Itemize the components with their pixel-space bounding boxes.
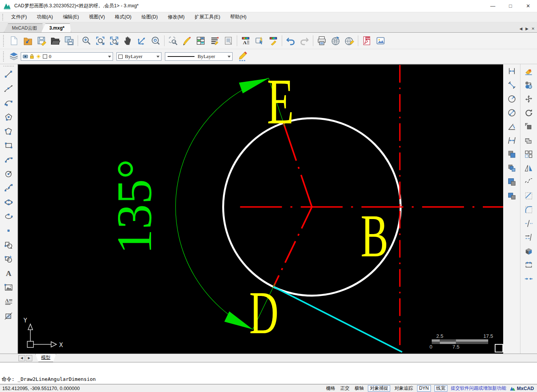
tab-current-drawing[interactable]: 3.mxg* [41, 23, 71, 32]
menu-item-2[interactable]: 编辑(E) [58, 12, 84, 22]
linetype-select[interactable]: ByLayer [165, 52, 233, 61]
label-e[interactable]: E [267, 65, 294, 138]
open-drawing-button[interactable] [21, 34, 35, 48]
rotate-button[interactable] [522, 106, 536, 120]
export-pdf-button[interactable]: PDF [360, 34, 374, 48]
zoom-previous-button[interactable] [166, 34, 180, 48]
status-toggle-dyn[interactable]: DYN [417, 385, 431, 392]
draw-polygon-button[interactable] [2, 110, 16, 124]
move-button[interactable] [522, 92, 536, 106]
centerline-radial-d[interactable] [273, 207, 312, 287]
zoom-in-button[interactable] [80, 34, 93, 48]
cyan-line-entity[interactable] [273, 287, 402, 352]
pan-button[interactable] [121, 34, 135, 48]
erase-button[interactable] [522, 64, 536, 78]
draw-polyline-button[interactable] [2, 124, 16, 138]
status-toggle-lineweight[interactable]: 线宽 [434, 385, 447, 392]
paste-block-button[interactable] [505, 189, 519, 203]
draw-spline-button[interactable] [2, 181, 16, 195]
draw-xline-button[interactable] [2, 81, 16, 96]
array-button[interactable] [522, 147, 536, 161]
draw-arc-button[interactable] [2, 96, 16, 110]
create-block-button[interactable] [2, 252, 16, 266]
edit-polyline-button[interactable] [522, 175, 536, 189]
new-file-button[interactable] [7, 34, 21, 48]
draw-ellipse-button[interactable] [2, 195, 16, 209]
menu-item-7[interactable]: 扩展工具(E) [190, 12, 225, 22]
draw-point-button[interactable] [2, 224, 16, 238]
break-button[interactable] [522, 216, 536, 230]
dim-linear-button[interactable] [505, 64, 519, 78]
status-toggle-polar[interactable]: 极轴 [354, 385, 364, 392]
zoom-extents-button[interactable] [107, 34, 121, 48]
menu-item-6[interactable]: 修改(M) [163, 12, 190, 22]
explode-button[interactable] [522, 244, 536, 258]
stretch-button[interactable] [522, 258, 536, 272]
dim-diameter-button[interactable] [505, 106, 519, 120]
status-toggle-ortho[interactable]: 正交 [339, 385, 350, 392]
sheet-next-button[interactable]: ▶ [26, 355, 32, 361]
status-toggle-osnap[interactable]: 对象捕捉 [368, 385, 390, 392]
draw-sketch-button[interactable] [180, 34, 194, 48]
menu-item-8[interactable]: 帮助(H) [225, 12, 251, 22]
copy-basepoint-button[interactable] [505, 161, 519, 175]
zoom-window-button[interactable] [93, 34, 107, 48]
match-color-button[interactable] [522, 78, 536, 92]
tab-scroll-left-icon[interactable]: ◀ [519, 27, 522, 31]
draw-text-button[interactable]: A [2, 266, 16, 281]
ucs-axes-button[interactable] [135, 34, 149, 48]
menu-item-5[interactable]: 绘图(D) [136, 12, 163, 22]
tab-scroll-right-icon[interactable]: ▶ [525, 27, 529, 31]
draw-rectangle-button[interactable] [2, 138, 16, 153]
save-button[interactable] [35, 34, 48, 48]
draw-ellipse-arc-button[interactable] [2, 209, 16, 224]
color-select[interactable]: ByLayer [116, 52, 161, 61]
menu-item-3[interactable]: 视图(V) [84, 12, 110, 22]
tab-close-icon[interactable]: ✕ [532, 27, 535, 31]
quick-select-button[interactable] [253, 34, 266, 48]
text-style-button[interactable]: A [239, 34, 253, 48]
menu-item-0[interactable]: 文件(F) [6, 12, 32, 22]
maximize-button[interactable]: □ [502, 0, 519, 12]
tab-model-space[interactable]: 模型 [35, 354, 56, 362]
zoom-center-button[interactable] [149, 34, 163, 48]
define-attribute-button[interactable]: A [2, 295, 16, 309]
print-button[interactable] [315, 34, 329, 48]
scale-button[interactable] [522, 120, 536, 133]
draw-arc3p-button[interactable] [2, 153, 16, 167]
web-upload-button[interactable] [342, 34, 356, 48]
menu-item-4[interactable]: 格式(O) [110, 12, 136, 22]
draw-circle-button[interactable] [2, 167, 16, 181]
page-setup-button[interactable] [221, 34, 235, 48]
draw-hatch-button[interactable] [2, 309, 16, 323]
redo-button[interactable] [298, 34, 311, 48]
dimension-text[interactable]: 135° [106, 159, 162, 254]
property-table-button[interactable] [194, 34, 208, 48]
dim-aligned-button[interactable] [505, 78, 519, 92]
chamfer-button[interactable] [522, 189, 536, 203]
minimize-button[interactable]: — [484, 0, 502, 12]
mirror-button[interactable] [522, 161, 536, 175]
feedback-link[interactable]: 提交软件问题或增加新功能 [451, 385, 506, 392]
label-d[interactable]: D [249, 279, 279, 347]
undo-button[interactable] [284, 34, 298, 48]
status-toggle-grid[interactable]: 栅格 [325, 385, 336, 392]
dim-continue-button[interactable] [505, 133, 519, 147]
dim-radius-button[interactable] [505, 92, 519, 106]
copy-object-button[interactable] [505, 147, 519, 161]
sheet-prev-button[interactable]: ◀ [18, 355, 25, 361]
offset-button[interactable] [522, 133, 536, 147]
insert-block-button[interactable] [2, 238, 16, 252]
text-list-button[interactable] [208, 34, 221, 48]
menu-item-1[interactable]: 功能(A) [32, 12, 58, 22]
status-toggle-otrack[interactable]: 对象追踪 [394, 385, 414, 392]
join-button[interactable] [522, 272, 536, 286]
draw-order-button[interactable] [236, 50, 250, 63]
layer-select[interactable]: 0 [21, 52, 113, 61]
draw-line-button[interactable] [2, 67, 16, 81]
web-publish-button[interactable] [329, 34, 342, 48]
extend-button[interactable] [522, 230, 536, 244]
label-b[interactable]: B [361, 202, 388, 270]
save-all-button[interactable] [62, 34, 76, 48]
layer-manager-button[interactable] [7, 50, 21, 63]
